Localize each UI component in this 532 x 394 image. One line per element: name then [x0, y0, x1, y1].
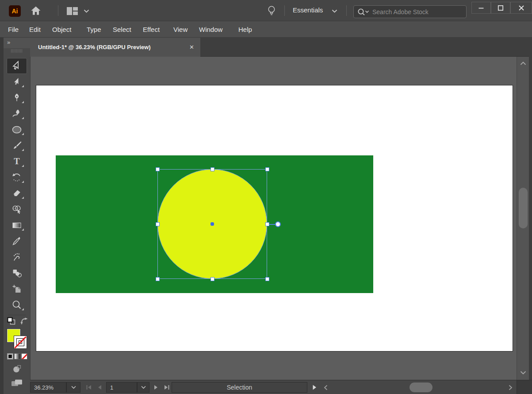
zoom-tool[interactable]	[7, 297, 27, 313]
document-tab-bar: Untitled-1* @ 36.23% (RGB/GPU Preview) ✕	[30, 38, 532, 57]
selection-tool[interactable]	[7, 58, 27, 74]
menu-view[interactable]: View	[173, 21, 188, 38]
paintbrush-tool[interactable]	[7, 138, 27, 154]
color-button[interactable]	[7, 353, 13, 359]
scroll-down-icon[interactable]	[520, 368, 526, 376]
last-artboard-button[interactable]	[162, 382, 172, 393]
selection-handle-top-center[interactable]	[211, 167, 214, 171]
selection-handle-middle-left[interactable]	[156, 222, 160, 226]
artboard-dropdown-button[interactable]	[137, 382, 149, 393]
tab-close-icon[interactable]: ✕	[189, 44, 194, 50]
vertical-scrollbar[interactable]	[517, 57, 529, 380]
type-tool[interactable]: T	[7, 154, 27, 170]
blend-tool[interactable]	[7, 265, 27, 281]
ellipse-tool[interactable]	[7, 122, 27, 138]
next-artboard-button[interactable]	[151, 382, 161, 393]
vertical-scroll-thumb[interactable]	[519, 188, 528, 228]
search-input[interactable]	[372, 8, 452, 15]
status-menu-arrow[interactable]	[310, 382, 319, 393]
illustrator-logo-icon[interactable]: Ai	[9, 5, 21, 17]
menu-file[interactable]: File	[8, 21, 19, 38]
flyout-indicator	[22, 197, 24, 199]
flyout-indicator	[22, 165, 24, 167]
selection-handle-top-right[interactable]	[265, 167, 269, 171]
selection-center-point[interactable]	[211, 222, 214, 226]
titlebar-divider	[284, 5, 285, 16]
zoom-dropdown-button[interactable]	[66, 382, 80, 393]
close-button[interactable]	[510, 2, 532, 14]
rotate-tool[interactable]	[7, 170, 27, 185]
gradient-button[interactable]	[14, 353, 20, 359]
drawing-mode-icon[interactable]	[12, 365, 21, 375]
none-button[interactable]	[21, 353, 27, 359]
window-right-edge	[529, 38, 532, 394]
document-tab[interactable]: Untitled-1* @ 36.23% (RGB/GPU Preview) ✕	[30, 38, 200, 57]
scroll-left-icon[interactable]	[321, 382, 330, 393]
flyout-indicator	[22, 181, 24, 183]
swap-fill-stroke-icon[interactable]	[20, 317, 28, 326]
workspace-switcher[interactable]: Essentials	[293, 6, 323, 14]
stroke-color-swatch[interactable]	[14, 336, 27, 349]
lightbulb-icon[interactable]	[267, 5, 276, 17]
toolbar: »	[4, 38, 30, 394]
flyout-indicator	[22, 308, 24, 310]
gradient-tool[interactable]	[7, 217, 27, 233]
document-title: Untitled-1* @ 36.23% (RGB/GPU Preview)	[38, 44, 151, 50]
toolbar-grip-handle[interactable]	[11, 49, 23, 53]
menu-select[interactable]: Select	[113, 21, 131, 38]
menu-help[interactable]: Help	[238, 21, 252, 38]
scroll-up-icon[interactable]	[520, 59, 526, 67]
menu-bar: File Edit Object Type Select Effect View…	[0, 21, 532, 38]
workspace-chevron-icon[interactable]	[332, 9, 337, 13]
toolbar-expand-button[interactable]: »	[4, 38, 30, 48]
minimize-button[interactable]	[471, 2, 491, 14]
flyout-indicator	[22, 133, 24, 135]
selection-handle-bottom-right[interactable]	[265, 277, 269, 281]
menu-type[interactable]: Type	[87, 21, 101, 38]
direct-selection-tool[interactable]	[7, 74, 27, 90]
screen-mode-icon[interactable]	[11, 379, 23, 389]
zoom-level-field[interactable]: 36.23%	[30, 382, 66, 393]
previous-artboard-button[interactable]	[95, 382, 104, 393]
scrollbar-corner	[517, 380, 532, 394]
menu-window[interactable]: Window	[199, 21, 222, 38]
menu-object[interactable]: Object	[52, 21, 71, 38]
selection-handle-top-left[interactable]	[156, 167, 160, 171]
menu-effect[interactable]: Effect	[143, 21, 160, 38]
artboard-number-field[interactable]: 1	[106, 382, 137, 393]
maximize-button[interactable]	[491, 2, 510, 14]
zoom-level-value: 36.23%	[34, 384, 54, 391]
selection-handle-bottom-center[interactable]	[211, 277, 214, 281]
adobe-stock-search[interactable]	[353, 5, 467, 18]
status-display[interactable]: Selection	[172, 382, 307, 393]
tool-list: T	[4, 58, 30, 313]
home-icon[interactable]	[31, 6, 41, 15]
titlebar-divider	[58, 5, 58, 16]
shape-widget-line	[269, 224, 275, 225]
search-icon	[357, 8, 370, 16]
menu-edit[interactable]: Edit	[29, 21, 41, 38]
title-bar: Ai Essentials	[0, 0, 532, 21]
symbol-sprayer-tool[interactable]	[7, 249, 27, 265]
artboard-tool[interactable]	[7, 281, 27, 297]
arrange-documents-chevron-icon[interactable]	[84, 9, 89, 13]
selection-handle-bottom-left[interactable]	[156, 277, 160, 281]
default-fill-stroke-icon[interactable]	[7, 317, 15, 327]
selection-handle-middle-right[interactable]	[265, 222, 269, 226]
flyout-indicator	[22, 149, 24, 151]
horizontal-scroll-thumb[interactable]	[410, 382, 432, 392]
flyout-indicator	[22, 101, 24, 103]
arrange-documents-icon[interactable]	[66, 7, 78, 15]
shape-builder-tool[interactable]	[7, 201, 27, 217]
scroll-right-icon[interactable]	[506, 382, 515, 393]
window-left-edge	[0, 38, 4, 394]
svg-text:T: T	[14, 156, 20, 166]
eyedropper-tool[interactable]	[7, 233, 27, 249]
first-artboard-button[interactable]	[84, 382, 94, 393]
canvas-area[interactable]	[30, 57, 517, 380]
status-bar: 36.23% 1 Selection	[30, 380, 532, 394]
eraser-tool[interactable]	[7, 185, 27, 201]
curvature-tool[interactable]	[7, 106, 27, 122]
live-shape-widget[interactable]	[275, 221, 281, 227]
pen-tool[interactable]	[7, 90, 27, 106]
